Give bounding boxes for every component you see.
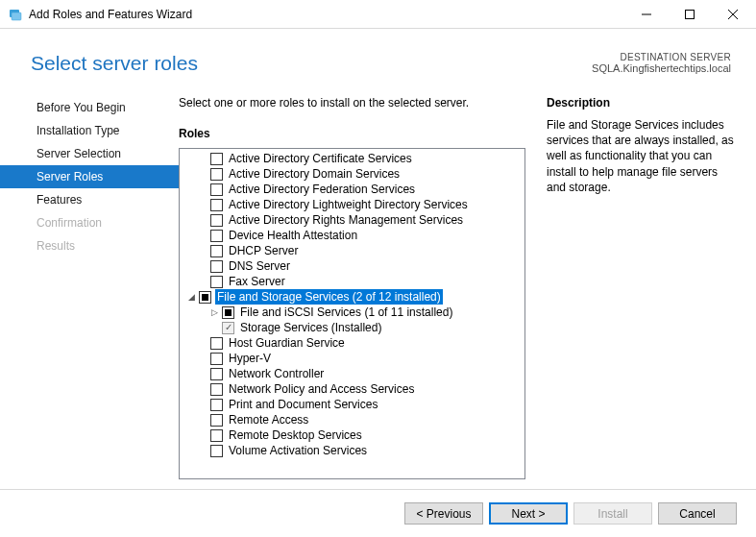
sidebar-item-server-selection[interactable]: Server Selection xyxy=(0,142,179,165)
role-checkbox[interactable] xyxy=(210,429,223,442)
page-title: Select server roles xyxy=(31,52,198,75)
role-label: Network Controller xyxy=(227,366,326,381)
role-label: Active Directory Rights Management Servi… xyxy=(227,212,465,228)
role-item[interactable]: Active Directory Domain Services xyxy=(180,166,524,182)
role-item[interactable]: Active Directory Lightweight Directory S… xyxy=(180,197,524,212)
cancel-button[interactable]: Cancel xyxy=(658,502,737,525)
role-checkbox[interactable] xyxy=(210,276,223,288)
role-label: File and iSCSI Services (1 of 11 install… xyxy=(238,305,454,320)
role-item[interactable]: Volume Activation Services xyxy=(180,443,524,458)
wizard-header: Select server roles DESTINATION SERVER S… xyxy=(0,29,756,88)
role-item[interactable]: Active Directory Federation Services xyxy=(180,182,524,197)
role-item[interactable]: Remote Desktop Services xyxy=(180,427,524,443)
role-label: Remote Access xyxy=(227,412,310,427)
role-label: Network Policy and Access Services xyxy=(227,381,416,397)
role-item[interactable]: Host Guardian Service xyxy=(180,335,524,351)
role-checkbox[interactable] xyxy=(210,368,223,380)
instruction-text: Select one or more roles to install on t… xyxy=(179,96,525,110)
sidebar-item-before-you-begin[interactable]: Before You Begin xyxy=(0,96,179,119)
role-item[interactable]: Storage Services (Installed) xyxy=(180,320,524,335)
role-item[interactable]: Active Directory Rights Management Servi… xyxy=(180,212,524,228)
role-label: DNS Server xyxy=(227,258,292,274)
title-bar: Add Roles and Features Wizard xyxy=(0,0,756,29)
destination-label: DESTINATION SERVER xyxy=(592,52,731,62)
role-label: Host Guardian Service xyxy=(227,335,347,351)
description-text: File and Storage Services includes servi… xyxy=(547,117,739,195)
window-title: Add Roles and Features Wizard xyxy=(29,8,624,21)
role-label: Hyper-V xyxy=(227,351,273,366)
role-item[interactable]: ◢File and Storage Services (2 of 12 inst… xyxy=(180,289,524,305)
role-item[interactable]: Active Directory Certificate Services xyxy=(180,151,524,166)
svg-rect-3 xyxy=(685,10,694,18)
role-checkbox[interactable] xyxy=(210,353,223,365)
destination-value: SQLA.Kingfishertechtips.local xyxy=(592,62,731,74)
role-checkbox[interactable] xyxy=(210,183,223,196)
role-label: File and Storage Services (2 of 12 insta… xyxy=(215,289,443,305)
role-checkbox[interactable] xyxy=(222,306,234,319)
sidebar-item-confirmation: Confirmation xyxy=(0,211,179,234)
role-checkbox[interactable] xyxy=(210,399,223,411)
role-checkbox[interactable] xyxy=(210,168,223,181)
wizard-sidebar: Before You BeginInstallation TypeServer … xyxy=(0,88,179,489)
svg-rect-1 xyxy=(12,12,21,20)
role-item[interactable]: Network Policy and Access Services xyxy=(180,381,524,397)
roles-tree-container: Active Directory Certificate ServicesAct… xyxy=(179,148,525,479)
role-label: Active Directory Lightweight Directory S… xyxy=(227,197,470,212)
maximize-button[interactable] xyxy=(668,1,711,28)
role-item[interactable]: Print and Document Services xyxy=(180,397,524,412)
role-label: Device Health Attestation xyxy=(227,228,359,243)
roles-tree[interactable]: Active Directory Certificate ServicesAct… xyxy=(180,149,524,478)
role-label: Active Directory Certificate Services xyxy=(227,151,414,166)
role-item[interactable]: Fax Server xyxy=(180,274,524,289)
role-checkbox[interactable] xyxy=(210,383,223,396)
role-checkbox[interactable] xyxy=(210,214,223,227)
install-button[interactable]: Install xyxy=(573,502,652,525)
role-label: Active Directory Federation Services xyxy=(227,182,417,197)
role-item[interactable]: Device Health Attestation xyxy=(180,228,524,243)
role-checkbox[interactable] xyxy=(210,199,223,211)
role-item[interactable]: DNS Server xyxy=(180,258,524,274)
role-item[interactable]: ▷File and iSCSI Services (1 of 11 instal… xyxy=(180,305,524,320)
role-label: Remote Desktop Services xyxy=(227,427,364,443)
roles-header: Roles xyxy=(179,127,525,140)
role-label: DHCP Server xyxy=(227,243,300,258)
sidebar-item-server-roles[interactable]: Server Roles xyxy=(0,165,179,188)
role-checkbox[interactable] xyxy=(210,337,223,350)
app-icon xyxy=(8,7,23,22)
role-checkbox[interactable] xyxy=(210,260,223,273)
next-button[interactable]: Next > xyxy=(489,502,568,525)
role-label: Print and Document Services xyxy=(227,397,379,412)
role-checkbox[interactable] xyxy=(210,153,223,165)
role-label: Volume Activation Services xyxy=(227,443,369,458)
role-item[interactable]: Network Controller xyxy=(180,366,524,381)
collapse-icon[interactable]: ◢ xyxy=(185,291,197,303)
description-header: Description xyxy=(547,96,739,110)
role-item[interactable]: Hyper-V xyxy=(180,351,524,366)
sidebar-item-features[interactable]: Features xyxy=(0,188,179,211)
previous-button[interactable]: < Previous xyxy=(404,502,483,525)
sidebar-item-installation-type[interactable]: Installation Type xyxy=(0,119,179,142)
role-item[interactable]: DHCP Server xyxy=(180,243,524,258)
role-label: Active Directory Domain Services xyxy=(227,166,402,182)
role-item[interactable]: Remote Access xyxy=(180,412,524,427)
role-checkbox xyxy=(222,322,234,334)
role-checkbox[interactable] xyxy=(210,245,223,257)
role-label: Storage Services (Installed) xyxy=(238,320,383,335)
sidebar-item-results: Results xyxy=(0,234,179,257)
expand-icon[interactable]: ▷ xyxy=(208,306,220,318)
role-checkbox[interactable] xyxy=(210,230,223,242)
role-checkbox[interactable] xyxy=(210,414,223,427)
close-button[interactable] xyxy=(711,1,754,28)
role-checkbox[interactable] xyxy=(199,291,211,304)
role-label: Fax Server xyxy=(227,274,287,289)
destination-server: DESTINATION SERVER SQLA.Kingfishertechti… xyxy=(592,52,731,75)
role-checkbox[interactable] xyxy=(210,445,223,457)
minimize-button[interactable] xyxy=(624,1,668,28)
wizard-footer: < Previous Next > Install Cancel xyxy=(0,489,756,537)
